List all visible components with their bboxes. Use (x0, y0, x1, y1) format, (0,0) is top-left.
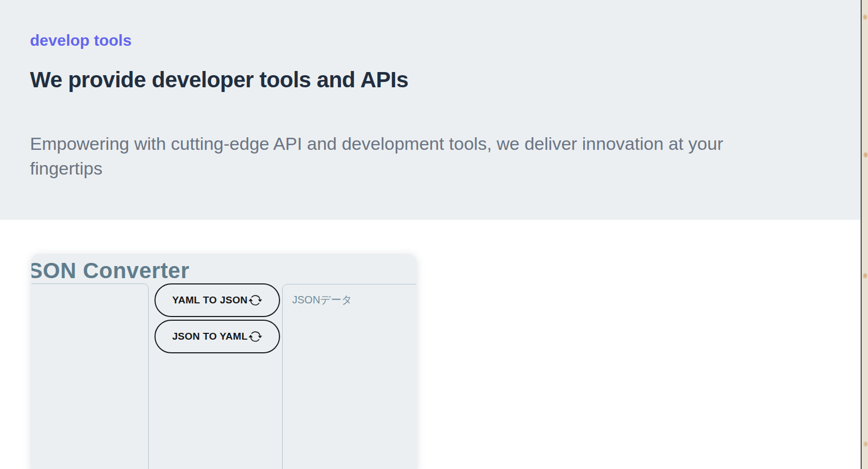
eyebrow-label: develop tools (30, 32, 131, 49)
yaml-to-json-button[interactable]: YAML TO JSON (154, 283, 280, 317)
yaml-to-json-button-label: YAML TO JSON (172, 294, 248, 306)
hero-section: develop tools We provide developer tools… (0, 0, 861, 220)
converter-card-title: SON Converter (32, 258, 190, 283)
refresh-icon (249, 293, 262, 307)
desktop-edge-sliver (863, 0, 868, 469)
wallpaper-speck (864, 442, 867, 446)
json-output-textarea[interactable] (282, 284, 416, 469)
hero-description: Empowering with cutting-edge API and dev… (30, 131, 723, 181)
refresh-icon (249, 330, 262, 343)
json-to-yaml-button[interactable]: JSON TO YAML (154, 320, 280, 353)
hero-description-line-2: fingertips (30, 156, 723, 181)
wallpaper-speck (863, 273, 867, 278)
wallpaper-speck (864, 152, 867, 157)
json-to-yaml-button-label: JSON TO YAML (172, 331, 248, 342)
page-title: We provide developer tools and APIs (30, 67, 408, 93)
browser-page: develop tools We provide developer tools… (0, 0, 862, 469)
converter-card: SON Converter YAML TO JSON JSON TO YAML (32, 254, 416, 469)
left-input-textarea[interactable] (32, 283, 149, 469)
hero-description-line-1: Empowering with cutting-edge API and dev… (30, 131, 723, 156)
wallpaper-speck (863, 15, 867, 19)
